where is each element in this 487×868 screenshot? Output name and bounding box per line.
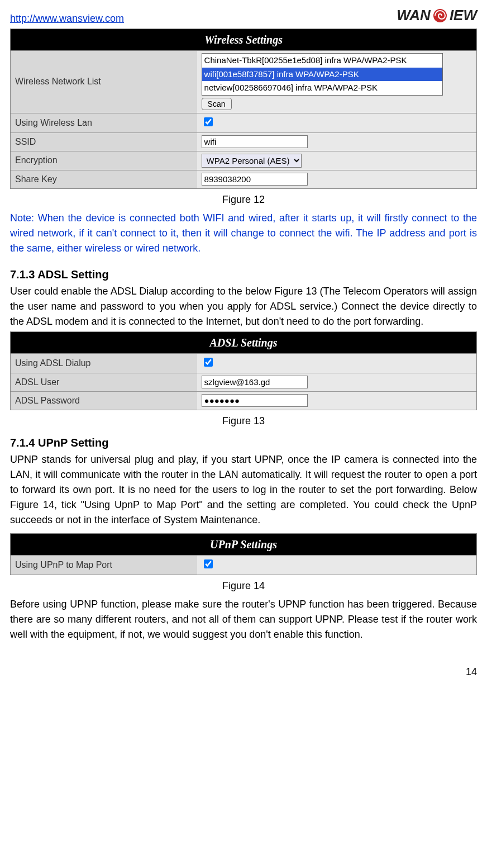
upnp-heading: 7.1.4 UPnP Setting: [10, 434, 477, 451]
adsl-using-checkbox[interactable]: [204, 358, 213, 367]
ssid-input[interactable]: [202, 135, 308, 148]
scan-button[interactable]: Scan: [202, 98, 232, 110]
figure14-caption: Figure 14: [10, 578, 477, 594]
adsl-password-label: ADSL Password: [11, 391, 197, 410]
wifi-option-2[interactable]: netview[002586697046] infra WPA/WPA2-PSK: [202, 81, 442, 95]
closing-paragraph: Before using UPNP function, please make …: [10, 597, 477, 642]
adsl-paragraph: User could enable the ADSL Dialup accord…: [10, 284, 477, 329]
adsl-password-input[interactable]: [202, 394, 308, 407]
swirl-icon: [432, 7, 448, 24]
adsl-user-input[interactable]: [202, 376, 308, 388]
encryption-select[interactable]: WPA2 Personal (AES): [202, 154, 302, 168]
sharekey-label: Share Key: [11, 170, 197, 188]
page-header: http://www.wansview.com WAN IEW: [10, 4, 477, 26]
upnp-using-label: Using UPnP to Map Port: [11, 556, 197, 575]
brand-logo: WAN IEW: [397, 4, 477, 26]
figure12-caption: Figure 12: [10, 192, 477, 207]
wireless-settings-panel: Wireless Settings Wireless Network List …: [10, 29, 477, 189]
upnp-using-checkbox[interactable]: [204, 559, 213, 568]
wireless-list-cell: ChinaNet-TbkR[00255e1e5d08] infra WPA/WP…: [197, 51, 476, 113]
adsl-panel-title: ADSL Settings: [11, 332, 476, 354]
figure13-caption: Figure 13: [10, 414, 477, 429]
page-number: 14: [10, 665, 477, 680]
upnp-paragraph: UPNP stands for universal plug and play,…: [10, 452, 477, 528]
encryption-label: Encryption: [11, 151, 197, 170]
logo-text-right: IEW: [450, 4, 477, 26]
wireless-network-listbox[interactable]: ChinaNet-TbkR[00255e1e5d08] infra WPA/WP…: [202, 53, 443, 96]
adsl-using-label: Using ADSL Dialup: [11, 354, 197, 373]
upnp-panel-title: UPnP Settings: [11, 534, 476, 556]
wireless-list-label: Wireless Network List: [11, 51, 197, 113]
wifi-option-0[interactable]: ChinaNet-TbkR[00255e1e5d08] infra WPA/WP…: [202, 54, 442, 68]
wifi-option-1[interactable]: wifi[001e58f37857] infra WPA/WPA2-PSK: [202, 68, 442, 82]
adsl-heading: 7.1.3 ADSL Setting: [10, 266, 477, 283]
wireless-panel-title: Wireless Settings: [11, 29, 476, 51]
site-url-link[interactable]: http://www.wansview.com: [10, 11, 124, 26]
note-paragraph: Note: When the device is connected both …: [10, 211, 477, 256]
using-wireless-label: Using Wireless Lan: [11, 113, 197, 132]
upnp-settings-panel: UPnP Settings Using UPnP to Map Port: [10, 533, 477, 575]
adsl-user-label: ADSL User: [11, 373, 197, 391]
ssid-label: SSID: [11, 132, 197, 151]
using-wireless-checkbox[interactable]: [204, 117, 213, 126]
logo-text-left: WAN: [397, 4, 431, 26]
sharekey-input[interactable]: [202, 173, 308, 186]
adsl-settings-panel: ADSL Settings Using ADSL Dialup ADSL Use…: [10, 331, 477, 410]
